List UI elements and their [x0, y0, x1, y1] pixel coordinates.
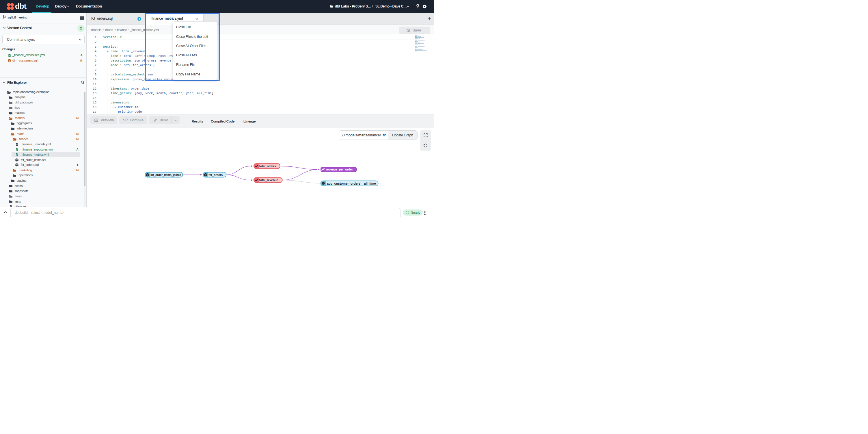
svg-text:revenue_per_order: revenue_per_order [326, 168, 353, 171]
svg-text:total_orders: total_orders [259, 165, 276, 168]
svg-text:int_order_items_joined: int_order_items_joined [150, 173, 181, 177]
svg-text:total_revenue: total_revenue [259, 179, 278, 182]
svg-text:agg_customer_orders__all_time: agg_customer_orders__all_time [327, 182, 376, 185]
svg-text:fct_orders: fct_orders [209, 173, 223, 177]
